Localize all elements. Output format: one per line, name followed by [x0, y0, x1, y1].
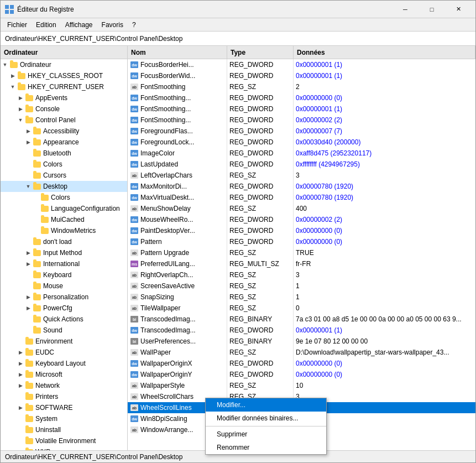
value-row[interactable]: dw FontSmoothing... REG_DWORD 0x00000000… [128, 92, 475, 103]
tree-item[interactable]: LanguageConfiguration [1, 203, 127, 214]
menu-affichage[interactable]: Affichage [61, 20, 97, 30]
tree-item[interactable]: ▼Ordinateur [1, 59, 127, 70]
tree-item[interactable]: ▼Desktop [1, 181, 127, 192]
context-menu-item[interactable]: Supprimer [206, 428, 326, 441]
value-row[interactable]: dw PaintDesktopVer... REG_DWORD 0x000000… [128, 225, 475, 236]
menu-edition[interactable]: Edition [32, 20, 61, 30]
value-row[interactable]: dw FocusBorderWid... REG_DWORD 0x0000000… [128, 70, 475, 81]
tree-item[interactable]: ▶Network [1, 380, 127, 391]
menu-favoris[interactable]: Favoris [97, 20, 128, 30]
tree-expander-icon[interactable]: ▶ [16, 381, 25, 390]
tree-item[interactable]: ▶Personalization [1, 292, 127, 303]
tree-item[interactable]: ▶Console [1, 103, 127, 115]
context-menu-item[interactable]: Modifier... [206, 398, 326, 412]
value-row[interactable]: ab WallPaper REG_SZ D:\Download\wallpape… [128, 347, 475, 358]
tree-expander-icon[interactable] [24, 149, 33, 158]
col-header-donnees[interactable]: Données [294, 46, 475, 59]
context-menu-item[interactable]: Renommer [206, 441, 326, 454]
col-header-type[interactable]: Type [227, 46, 294, 59]
value-row[interactable]: dw WallpaperOriginX REG_DWORD 0x00000000… [128, 358, 475, 369]
tree-item[interactable]: Keyboard [1, 269, 127, 280]
tree-expander-icon[interactable]: ▼ [16, 116, 25, 124]
tree-expander-icon[interactable] [24, 326, 33, 335]
tree-expander-icon[interactable]: ▶ [16, 105, 25, 113]
tree-expander-icon[interactable] [24, 171, 33, 180]
value-row[interactable]: bi UserPreferences... REG_BINARY 9e 1e 0… [128, 336, 475, 347]
tree-expander-icon[interactable] [24, 237, 33, 246]
value-row[interactable]: dw Pattern REG_DWORD 0x00000000 (0) [128, 236, 475, 247]
tree-expander-icon[interactable] [24, 315, 33, 324]
tree-item[interactable]: Colors [1, 192, 127, 203]
value-row[interactable]: ab WallpaperStyle REG_SZ 10 [128, 380, 475, 391]
tree-item[interactable]: Mouse [1, 280, 127, 292]
col-header-nom[interactable]: Nom [128, 46, 227, 59]
tree-expander-icon[interactable]: ▶ [16, 370, 25, 379]
tree-item[interactable]: ▼Control Panel [1, 115, 127, 126]
tree-expander-icon[interactable]: ▶ [16, 93, 25, 102]
tree-item[interactable]: ▶International [1, 258, 127, 269]
tree-item[interactable]: don't load [1, 236, 127, 247]
tree-expander-icon[interactable] [32, 215, 40, 224]
tree-expander-icon[interactable]: ▶ [24, 127, 33, 136]
tree-item[interactable]: ▶SOFTWARE [1, 402, 127, 413]
tree-item[interactable]: WindowMetrics [1, 225, 127, 236]
tree-expander-icon[interactable] [16, 414, 25, 423]
tree-item[interactable]: Uninstall [1, 424, 127, 435]
value-row[interactable]: dw FontSmoothing... REG_DWORD 0x00000002… [128, 115, 475, 126]
tree-expander-icon[interactable] [16, 425, 25, 434]
tree-item[interactable]: Volatile Environment [1, 435, 127, 446]
tree-expander-icon[interactable]: ▼ [8, 82, 17, 91]
value-row[interactable]: dw TranscodedImag... REG_DWORD 0x0000000… [128, 325, 475, 336]
value-row[interactable]: ms PreferredUILang... REG_MULTI_SZ fr-FR [128, 258, 475, 269]
context-menu-item[interactable]: Modifier données binaires... [206, 412, 326, 425]
value-row[interactable]: ab FontSmoothing REG_SZ 2 [128, 81, 475, 92]
tree-expander-icon[interactable]: ▶ [16, 348, 25, 357]
tree-expander-icon[interactable] [24, 270, 33, 279]
tree-item[interactable]: ▶Microsoft [1, 369, 127, 380]
tree-expander-icon[interactable] [32, 226, 40, 235]
tree-expander-icon[interactable]: ▶ [24, 248, 33, 257]
value-row[interactable]: dw FontSmoothing... REG_DWORD 0x00000001… [128, 103, 475, 115]
tree-expander-icon[interactable]: ▼ [1, 60, 9, 69]
tree-item[interactable]: ▶Keyboard Layout [1, 358, 127, 369]
tree-expander-icon[interactable]: ▶ [16, 403, 25, 412]
value-row[interactable]: dw MouseWheelRo... REG_DWORD 0x00000002 … [128, 214, 475, 225]
tree-expander-icon[interactable] [32, 204, 40, 213]
value-row[interactable]: ab SnapSizing REG_SZ 1 [128, 292, 475, 303]
close-button[interactable]: ✕ [446, 1, 471, 18]
tree-item[interactable]: ▶AppEvents [1, 92, 127, 103]
tree-item[interactable]: Printers [1, 391, 127, 402]
value-row[interactable]: dw ForegroundLock... REG_DWORD 0x00030d4… [128, 137, 475, 148]
value-row[interactable]: ab TileWallpaper REG_SZ 0 [128, 303, 475, 314]
value-row[interactable]: dw LastUpdated REG_DWORD 0xffffffff (429… [128, 159, 475, 170]
tree-item[interactable]: ▶Accessibility [1, 126, 127, 137]
tree-expander-icon[interactable] [24, 282, 33, 290]
tree-item[interactable]: System [1, 413, 127, 424]
tree-item[interactable]: Quick Actions [1, 314, 127, 325]
tree-item[interactable]: Colors [1, 159, 127, 170]
value-row[interactable]: dw MaxMonitorDi... REG_DWORD 0x00000780 … [128, 181, 475, 192]
tree-expander-icon[interactable]: ▶ [16, 359, 25, 368]
tree-item[interactable]: MuiCached [1, 214, 127, 225]
tree-expander-icon[interactable]: ▶ [24, 293, 33, 301]
value-row[interactable]: ab Pattern Upgrade REG_SZ TRUE [128, 247, 475, 258]
tree-item[interactable]: Cursors [1, 170, 127, 181]
menu-fichier[interactable]: Fichier [3, 20, 32, 30]
tree-expander-icon[interactable]: ▼ [24, 182, 33, 191]
tree-item[interactable]: Bluetooth [1, 148, 127, 159]
tree-item[interactable]: Sound [1, 325, 127, 336]
tree-item[interactable]: WXP [1, 446, 127, 450]
tree-item[interactable]: ▶Appearance [1, 137, 127, 148]
value-row[interactable]: ab MenuShowDelay REG_SZ 400 [128, 203, 475, 214]
tree-item[interactable]: ▼HKEY_CURRENT_USER [1, 81, 127, 92]
value-row[interactable]: ab RightOverlapCh... REG_SZ 3 [128, 269, 475, 280]
value-row[interactable]: dw ForegroundFlas... REG_DWORD 0x0000000… [128, 126, 475, 137]
value-row[interactable]: ab ScreenSaveActive REG_SZ 1 [128, 280, 475, 292]
maximize-button[interactable]: □ [419, 1, 444, 18]
tree-expander-icon[interactable] [16, 392, 25, 401]
tree-expander-icon[interactable]: ▶ [24, 138, 33, 147]
tree-expander-icon[interactable] [16, 337, 25, 346]
value-row[interactable]: bi TranscodedImag... REG_BINARY 7a c3 01… [128, 314, 475, 325]
value-row[interactable]: dw WallpaperOriginY REG_DWORD 0x00000000… [128, 369, 475, 380]
values-body[interactable]: dw FocusBorderHei... REG_DWORD 0x0000000… [128, 59, 475, 450]
